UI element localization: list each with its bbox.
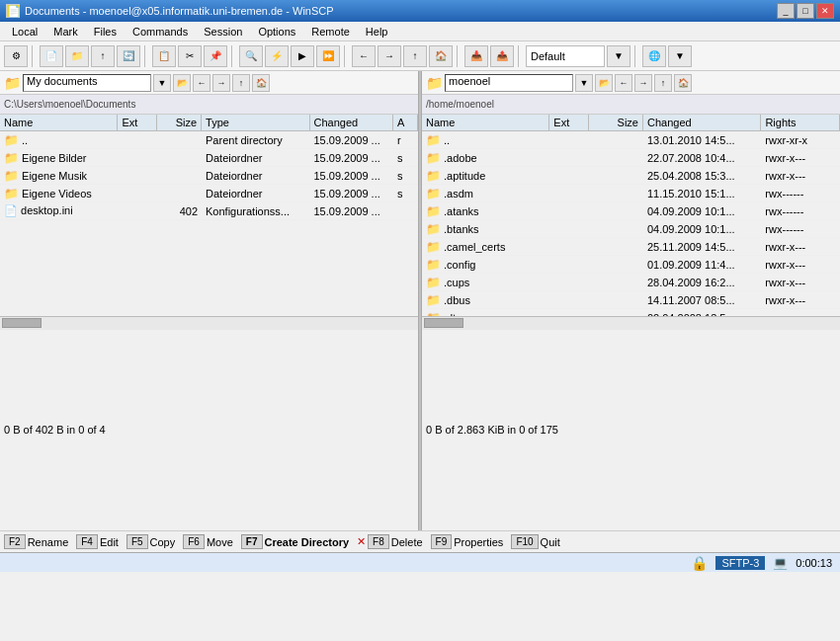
right-cell-ext — [549, 175, 589, 177]
left-col-size[interactable]: Size — [157, 115, 202, 130]
f10-label[interactable]: F10 — [511, 534, 538, 549]
toolbar-btn-6[interactable]: 📋 — [152, 45, 176, 67]
right-addr-btn-dropdown[interactable]: ▼ — [575, 74, 593, 92]
right-nav-back[interactable]: ← — [615, 74, 632, 92]
left-nav-back[interactable]: ← — [193, 74, 210, 92]
menu-local[interactable]: Local — [4, 24, 45, 40]
right-scrollbar-h[interactable] — [422, 316, 840, 330]
left-nav-up[interactable]: ↑ — [232, 74, 250, 92]
right-file-row[interactable]: 📁 .adobe 22.07.2008 10:4... rwxr-x--- — [422, 149, 840, 167]
left-col-changed[interactable]: Changed — [310, 115, 394, 130]
left-nav-fwd[interactable]: → — [212, 74, 230, 92]
toolbar-btn-11[interactable]: ▶ — [291, 45, 314, 67]
right-file-row[interactable]: 📁 .aptitude 25.04.2008 15:3... rwxr-x--- — [422, 167, 840, 185]
f6-label[interactable]: F6 — [183, 534, 205, 549]
right-file-row[interactable]: 📁 .cups 28.04.2009 16:2... rwxr-x--- — [422, 274, 840, 291]
left-cell-changed: 15.09.2009 ... — [309, 204, 393, 218]
toolbar-btn-5[interactable]: 🔄 — [117, 45, 140, 67]
toolbar-btn-4[interactable]: ↑ — [91, 45, 115, 67]
profile-dropdown[interactable]: Default — [526, 45, 605, 67]
toolbar-btn-9[interactable]: 🔍 — [239, 45, 263, 67]
right-col-rights[interactable]: Rights — [761, 115, 840, 130]
right-col-changed[interactable]: Changed — [643, 115, 761, 130]
left-addr-btn-open[interactable]: 📂 — [173, 74, 191, 92]
minimize-button[interactable]: _ — [777, 3, 795, 19]
menu-mark[interactable]: Mark — [45, 24, 85, 40]
toolbar-btn-3[interactable]: 📁 — [65, 45, 89, 67]
menu-session[interactable]: Session — [196, 24, 250, 40]
left-nav-home[interactable]: 🏠 — [252, 74, 270, 92]
right-cell-rights: rwxr-x--- — [761, 169, 840, 183]
f10-key[interactable]: F10 Quit — [511, 534, 559, 549]
left-col-ext[interactable]: Ext — [118, 115, 157, 130]
right-file-row[interactable]: 📁 .dbus 14.11.2007 08:5... rwxr-x--- — [422, 291, 840, 309]
toolbar-btn-1[interactable]: ⚙ — [4, 45, 28, 67]
menu-files[interactable]: Files — [86, 24, 125, 40]
f6-key[interactable]: F6 Move — [183, 534, 233, 549]
toolbar-btn-20[interactable]: ▼ — [668, 45, 692, 67]
f2-label[interactable]: F2 — [4, 534, 26, 549]
f5-key[interactable]: F5 Copy — [126, 534, 175, 549]
left-file-row[interactable]: 📄 desktop.ini 402 Konfigurationss... 15.… — [0, 202, 418, 220]
right-nav-home[interactable]: 🏠 — [674, 74, 692, 92]
right-col-ext[interactable]: Ext — [549, 115, 589, 130]
right-col-size[interactable]: Size — [589, 115, 643, 130]
toolbar-btn-14[interactable]: → — [378, 45, 401, 67]
bottom-status-bar: 🔒 SFTP-3 💻 0:00:13 — [0, 552, 840, 572]
left-path-input[interactable]: My documents — [23, 74, 151, 92]
f4-label[interactable]: F4 — [76, 534, 98, 549]
right-col-name[interactable]: Name — [422, 115, 549, 130]
left-file-row[interactable]: 📁 Eigene Musik Dateiordner 15.09.2009 ..… — [0, 167, 418, 185]
left-file-row[interactable]: 📁 .. Parent directory 15.09.2009 ... r — [0, 131, 418, 149]
f7-key[interactable]: F7 Create Directory — [241, 534, 349, 549]
toolbar-btn-13[interactable]: ← — [352, 45, 376, 67]
toolbar-btn-12[interactable]: ⏩ — [316, 45, 340, 67]
toolbar-btn-8[interactable]: 📌 — [204, 45, 227, 67]
left-col-attr[interactable]: A — [393, 115, 418, 130]
left-file-row[interactable]: 📁 Eigene Bilder Dateiordner 15.09.2009 .… — [0, 149, 418, 167]
dropdown-arrow[interactable]: ▼ — [607, 45, 630, 67]
right-path-input[interactable]: moenoel — [445, 74, 573, 92]
right-file-row[interactable]: 📁 .. 13.01.2010 14:5... rwxr-xr-x — [422, 131, 840, 149]
left-path-bar: C:\Users\moenoel\Documents — [0, 95, 418, 115]
left-hscroll-thumb[interactable] — [2, 318, 42, 328]
right-nav-up[interactable]: ↑ — [654, 74, 672, 92]
right-file-row[interactable]: 📁 .config 01.09.2009 11:4... rwxr-x--- — [422, 256, 840, 274]
f4-key[interactable]: F4 Edit — [76, 534, 119, 549]
f5-label[interactable]: F5 — [126, 534, 148, 549]
f9-key[interactable]: F9 Properties — [431, 534, 504, 549]
toolbar-btn-2[interactable]: 📄 — [40, 45, 63, 67]
left-addr-btn-dropdown[interactable]: ▼ — [153, 74, 171, 92]
left-scrollbar-h[interactable] — [0, 316, 418, 330]
menu-remote[interactable]: Remote — [303, 24, 358, 40]
toolbar-btn-19[interactable]: 🌐 — [642, 45, 666, 67]
right-addr-btn-open[interactable]: 📂 — [595, 74, 613, 92]
left-col-name[interactable]: Name — [0, 115, 118, 130]
right-cell-ext — [549, 299, 589, 301]
right-nav-fwd[interactable]: → — [634, 74, 652, 92]
f7-label[interactable]: F7 — [241, 534, 263, 549]
left-file-row[interactable]: 📁 Eigene Videos Dateiordner 15.09.2009 .… — [0, 185, 418, 202]
f9-label[interactable]: F9 — [431, 534, 453, 549]
right-file-row[interactable]: 📁 .atanks 04.09.2009 10:1... rwx------ — [422, 202, 840, 220]
left-col-type[interactable]: Type — [202, 115, 309, 130]
f2-key[interactable]: F2 Rename — [4, 534, 68, 549]
menu-help[interactable]: Help — [358, 24, 396, 40]
right-hscroll-thumb[interactable] — [424, 318, 463, 328]
right-file-row[interactable]: 📁 .btanks 04.09.2009 10:1... rwx------ — [422, 220, 840, 238]
f8-label[interactable]: F8 — [368, 534, 389, 549]
toolbar-btn-16[interactable]: 🏠 — [429, 45, 453, 67]
toolbar-btn-18[interactable]: 📤 — [490, 45, 514, 67]
toolbar-btn-15[interactable]: ↑ — [403, 45, 427, 67]
menu-commands[interactable]: Commands — [125, 24, 196, 40]
maximize-button[interactable]: □ — [797, 3, 814, 19]
right-file-row[interactable]: 📁 .camel_certs 25.11.2009 14:5... rwxr-x… — [422, 238, 840, 256]
f8-key[interactable]: ✕ F8 Delete — [357, 534, 422, 549]
right-file-row[interactable]: 📁 .dt 02.04.2008 13:5... rwxr-x--- — [422, 309, 840, 316]
menu-options[interactable]: Options — [250, 24, 303, 40]
toolbar-btn-7[interactable]: ✂ — [178, 45, 202, 67]
close-button[interactable]: ✕ — [816, 3, 834, 19]
toolbar-btn-17[interactable]: 📥 — [464, 45, 488, 67]
right-file-row[interactable]: 📁 .asdm 11.15.2010 15:1... rwx------ — [422, 185, 840, 202]
toolbar-btn-10[interactable]: ⚡ — [265, 45, 289, 67]
